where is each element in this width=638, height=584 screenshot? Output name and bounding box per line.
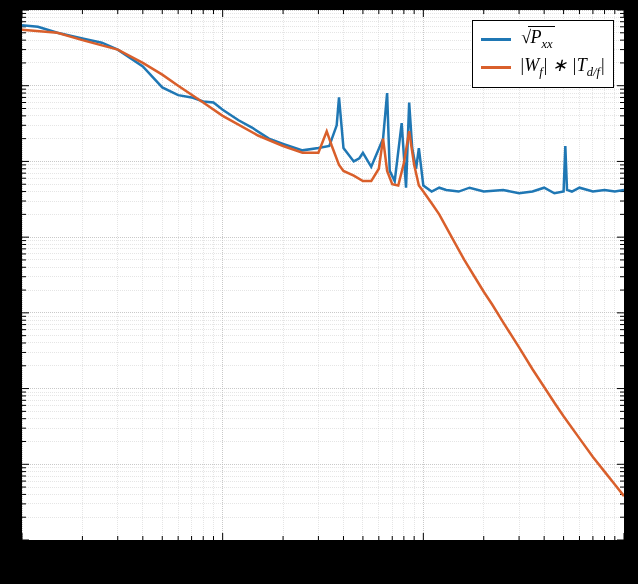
legend-item-2: |Wf| ∗ |Td/f| <box>481 53 605 81</box>
legend-swatch-2 <box>481 66 511 69</box>
series-2-line <box>22 30 624 496</box>
ticks <box>22 10 624 540</box>
legend-swatch-1 <box>481 38 511 41</box>
chart-svg <box>22 10 624 540</box>
legend-item-1: Pxx <box>481 25 605 53</box>
series-group <box>22 25 624 496</box>
legend-label-2: |Wf| ∗ |Td/f| <box>519 53 605 81</box>
legend-label-1: Pxx <box>519 25 554 53</box>
plot-area: Pxx |Wf| ∗ |Td/f| <box>20 8 626 542</box>
grid <box>22 10 624 540</box>
legend: Pxx |Wf| ∗ |Td/f| <box>472 20 614 88</box>
